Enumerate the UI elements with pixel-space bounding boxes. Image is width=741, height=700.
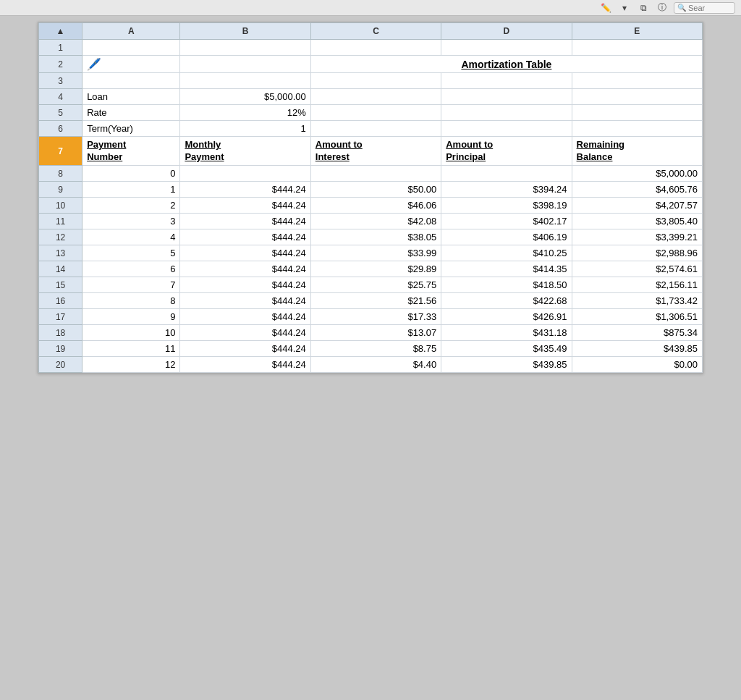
cell-c19[interactable]: $8.75 (310, 341, 441, 357)
cell-e3[interactable] (572, 73, 702, 89)
cell-b8[interactable] (180, 166, 310, 182)
row-header-1[interactable]: 1 (39, 40, 82, 56)
cell-b14[interactable]: $444.24 (180, 261, 310, 277)
cell-c18[interactable]: $13.07 (310, 325, 441, 341)
cell-a4-loan-label[interactable]: Loan (82, 89, 180, 105)
cell-c11[interactable]: $42.08 (310, 214, 441, 229)
col-header-d[interactable]: D (441, 23, 572, 40)
cell-d9[interactable]: $394.24 (441, 182, 572, 198)
cell-c4[interactable] (310, 89, 441, 105)
cell-d10[interactable]: $398.19 (441, 198, 572, 214)
row-header-5[interactable]: 5 (39, 105, 82, 121)
cell-a20[interactable]: 12 (82, 357, 180, 373)
cell-b12[interactable]: $444.24 (180, 229, 310, 245)
row-header-18[interactable]: 18 (39, 325, 82, 341)
cell-b5-rate-value[interactable]: 12% (180, 105, 310, 121)
cell-d20[interactable]: $439.85 (441, 357, 572, 373)
row-header-16[interactable]: 16 (39, 293, 82, 309)
cell-b10[interactable]: $444.24 (180, 198, 310, 214)
row-header-10[interactable]: 10 (39, 198, 82, 214)
cell-e4[interactable] (572, 89, 702, 105)
row-header-20[interactable]: 20 (39, 357, 82, 373)
row-header-17[interactable]: 17 (39, 309, 82, 325)
cell-c20[interactable]: $4.40 (310, 357, 441, 373)
cell-e14[interactable]: $2,574.61 (572, 261, 702, 277)
cell-c13[interactable]: $33.99 (310, 245, 441, 261)
cell-d11[interactable]: $402.17 (441, 214, 572, 229)
search-box[interactable]: 🔍 (674, 2, 735, 14)
cell-d16[interactable]: $422.68 (441, 293, 572, 309)
cell-d3[interactable] (441, 73, 572, 89)
cell-b20[interactable]: $444.24 (180, 357, 310, 373)
cell-a19[interactable]: 11 (82, 341, 180, 357)
row-header-3[interactable]: 3 (39, 73, 82, 89)
cell-a8[interactable]: 0 (82, 166, 180, 182)
col-header-e[interactable]: E (572, 23, 702, 40)
cell-c5[interactable] (310, 105, 441, 121)
cell-b19[interactable]: $444.24 (180, 341, 310, 357)
cell-d15[interactable]: $418.50 (441, 277, 572, 293)
cell-a16[interactable]: 8 (82, 293, 180, 309)
cell-a15[interactable]: 7 (82, 277, 180, 293)
cell-a6-term-label[interactable]: Term(Year) (82, 121, 180, 137)
cell-a12[interactable]: 4 (82, 229, 180, 245)
cell-c1[interactable] (310, 40, 441, 56)
row-header-2[interactable]: 2 (39, 56, 82, 73)
cell-a1[interactable] (82, 40, 180, 56)
row-header-15[interactable]: 15 (39, 277, 82, 293)
col-header-a[interactable]: A (82, 23, 180, 40)
cell-a2[interactable]: 🖊️ (82, 56, 180, 73)
row-header-14[interactable]: 14 (39, 261, 82, 277)
row-header-7[interactable]: 7 (39, 137, 82, 166)
row-header-19[interactable]: 19 (39, 341, 82, 357)
cell-b6-term-value[interactable]: 1 (180, 121, 310, 137)
cell-c16[interactable]: $21.56 (310, 293, 441, 309)
cell-e5[interactable] (572, 105, 702, 121)
cell-d4[interactable] (441, 89, 572, 105)
cell-b3[interactable] (180, 73, 310, 89)
cell-d1[interactable] (441, 40, 572, 56)
cell-a14[interactable]: 6 (82, 261, 180, 277)
cell-e19[interactable]: $439.85 (572, 341, 702, 357)
cell-a17[interactable]: 9 (82, 309, 180, 325)
cell-b15[interactable]: $444.24 (180, 277, 310, 293)
cell-a10[interactable]: 2 (82, 198, 180, 214)
cell-e15[interactable]: $2,156.11 (572, 277, 702, 293)
cell-e18[interactable]: $875.34 (572, 325, 702, 341)
cell-c15[interactable]: $25.75 (310, 277, 441, 293)
cell-e7-remaining-balance[interactable]: Remaining Balance (572, 137, 702, 166)
row-header-9[interactable]: 9 (39, 182, 82, 198)
row-header-4[interactable]: 4 (39, 89, 82, 105)
row-header-6[interactable]: 6 (39, 121, 82, 137)
cell-a18[interactable]: 10 (82, 325, 180, 341)
cell-b16[interactable]: $444.24 (180, 293, 310, 309)
cell-d18[interactable]: $431.18 (441, 325, 572, 341)
cell-c6[interactable] (310, 121, 441, 137)
row-header-12[interactable]: 12 (39, 229, 82, 245)
cell-c7-amount-interest[interactable]: Amount to Interest (310, 137, 441, 166)
cell-e9[interactable]: $4,605.76 (572, 182, 702, 198)
cell-b9[interactable]: $444.24 (180, 182, 310, 198)
cell-d14[interactable]: $414.35 (441, 261, 572, 277)
cell-d13[interactable]: $410.25 (441, 245, 572, 261)
cell-c8[interactable] (310, 166, 441, 182)
row-header-8[interactable]: 8 (39, 166, 82, 182)
cell-d6[interactable] (441, 121, 572, 137)
cell-c10[interactable]: $46.06 (310, 198, 441, 214)
cell-d8[interactable] (441, 166, 572, 182)
cell-b2[interactable] (180, 56, 310, 73)
cell-e17[interactable]: $1,306.51 (572, 309, 702, 325)
cell-c3[interactable] (310, 73, 441, 89)
cell-b18[interactable]: $444.24 (180, 325, 310, 341)
cell-a9[interactable]: 1 (82, 182, 180, 198)
cell-d17[interactable]: $426.91 (441, 309, 572, 325)
cell-a11[interactable]: 3 (82, 214, 180, 229)
search-input[interactable] (688, 4, 732, 12)
cell-b13[interactable]: $444.24 (180, 245, 310, 261)
cell-b4-loan-value[interactable]: $5,000.00 (180, 89, 310, 105)
cell-d7-amount-principal[interactable]: Amount to Principal (441, 137, 572, 166)
cell-e13[interactable]: $2,988.96 (572, 245, 702, 261)
cell-c12[interactable]: $38.05 (310, 229, 441, 245)
cell-b1[interactable] (180, 40, 310, 56)
cell-d19[interactable]: $435.49 (441, 341, 572, 357)
